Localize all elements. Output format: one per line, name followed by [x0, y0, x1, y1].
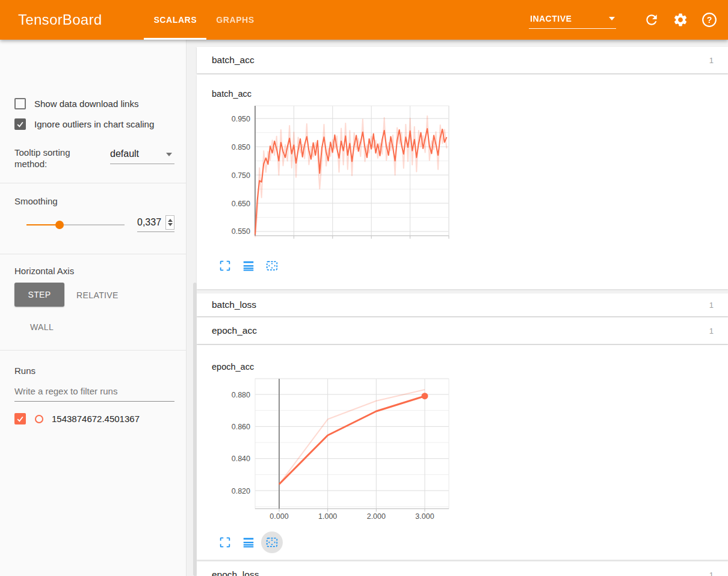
- smoothing-label: Smoothing: [14, 196, 58, 206]
- app-title: TensorBoard: [18, 11, 102, 28]
- svg-text:0.840: 0.840: [232, 455, 250, 463]
- category-header-epoch-loss[interactable]: epoch_loss 1: [197, 562, 728, 576]
- status-dropdown[interactable]: INACTIVE: [529, 11, 616, 29]
- divider: [0, 254, 187, 254]
- refresh-icon[interactable]: [644, 12, 659, 28]
- tooltip-sorting-label: Tooltip sorting method:: [14, 147, 82, 170]
- divider: [0, 183, 187, 183]
- horizontal-axis-label: Horizontal Axis: [14, 266, 74, 276]
- app-header: TensorBoard SCALARS GRAPHS INACTIVE ?: [0, 0, 728, 40]
- run-list-item[interactable]: 1543874672.4501367: [14, 413, 140, 424]
- runs-label: Runs: [14, 366, 35, 376]
- svg-text:?: ?: [707, 15, 712, 25]
- runs-filter-input[interactable]: [14, 386, 174, 402]
- spinner-down-icon[interactable]: [168, 223, 173, 226]
- svg-text:0.950: 0.950: [232, 115, 250, 123]
- svg-text:0.860: 0.860: [232, 423, 250, 431]
- slider-thumb[interactable]: [55, 221, 64, 229]
- scrollbar-thumb[interactable]: [193, 283, 197, 576]
- checkbox-show-download-links[interactable]: Show data download links: [14, 98, 187, 109]
- category-count-badge: 1: [709, 301, 714, 310]
- header-actions: INACTIVE ?: [529, 11, 717, 29]
- axis-button-step[interactable]: STEP: [14, 283, 64, 307]
- slider-fill: [26, 224, 60, 225]
- smoothing-slider[interactable]: [26, 224, 125, 225]
- chevron-down-icon: [609, 17, 615, 20]
- tab-graphs[interactable]: GRAPHS: [206, 0, 264, 40]
- tab-bar: SCALARS GRAPHS: [144, 0, 264, 40]
- svg-text:1.000: 1.000: [318, 512, 337, 521]
- chart-toolbar: [218, 259, 466, 273]
- log-scale-icon[interactable]: [241, 535, 256, 550]
- chart-card-batch-acc: batch_acc 0.5500.6500.7500.8500.950: [207, 89, 466, 273]
- chart-title: batch_acc: [207, 89, 466, 103]
- svg-text:0.650: 0.650: [232, 200, 250, 208]
- chevron-down-icon: [166, 153, 172, 156]
- run-color-ring-icon: [35, 415, 43, 423]
- tab-scalars[interactable]: SCALARS: [144, 0, 206, 40]
- category-panel-epoch-acc: epoch_acc 0.8200.8400.8600.8800.0001.000…: [197, 345, 728, 560]
- category-header-batch-acc[interactable]: batch_acc 1: [197, 47, 728, 73]
- number-spinner[interactable]: [165, 215, 174, 230]
- expand-chart-icon[interactable]: [218, 259, 232, 273]
- svg-text:0.850: 0.850: [232, 143, 250, 152]
- category-count-badge: 1: [709, 571, 714, 576]
- log-scale-icon[interactable]: [241, 259, 256, 273]
- svg-text:3.000: 3.000: [415, 512, 434, 521]
- scalars-dashboard: batch_acc 1 batch_acc 0.5500.6500.7500.8…: [197, 40, 728, 576]
- category-header-batch-loss[interactable]: batch_loss 1: [197, 293, 728, 316]
- line-chart-epoch-acc[interactable]: 0.8200.8400.8600.8800.0001.0002.0003.000: [207, 376, 454, 525]
- axis-button-wall[interactable]: WALL: [30, 322, 54, 332]
- chart-title: epoch_acc: [207, 362, 466, 376]
- expand-chart-icon[interactable]: [218, 535, 232, 550]
- smoothing-value-input[interactable]: 0,337: [137, 215, 174, 232]
- fit-domain-icon-active[interactable]: [261, 532, 283, 553]
- settings-sidebar: Show data download links Ignore outliers…: [0, 40, 187, 576]
- line-chart-batch-acc[interactable]: 0.5500.6500.7500.8500.950: [207, 103, 454, 242]
- svg-text:2.000: 2.000: [367, 512, 386, 521]
- divider: [0, 350, 187, 351]
- run-name: 1543874672.4501367: [52, 414, 140, 424]
- chart-toolbar: [218, 532, 466, 553]
- svg-text:0.820: 0.820: [232, 487, 250, 495]
- category-count-badge: 1: [709, 56, 714, 65]
- run-checkbox-checked-icon[interactable]: [14, 413, 26, 424]
- fit-domain-icon[interactable]: [265, 259, 279, 273]
- svg-text:0.000: 0.000: [270, 512, 288, 521]
- svg-text:0.750: 0.750: [232, 171, 250, 180]
- category-panel-batch-acc: batch_acc 0.5500.6500.7500.8500.950: [197, 75, 728, 289]
- svg-text:0.880: 0.880: [232, 391, 250, 399]
- tooltip-sorting-dropdown[interactable]: default: [110, 149, 174, 164]
- checkbox-unchecked-icon: [14, 98, 26, 109]
- smoothing-value: 0,337: [137, 217, 165, 228]
- svg-text:0.550: 0.550: [232, 227, 250, 236]
- chart-card-epoch-acc: epoch_acc 0.8200.8400.8600.8800.0001.000…: [207, 362, 466, 553]
- axis-button-relative[interactable]: RELATIVE: [76, 290, 119, 300]
- settings-gear-icon[interactable]: [673, 12, 688, 28]
- status-label: INACTIVE: [530, 14, 572, 23]
- checkbox-checked-icon: [14, 118, 26, 130]
- category-count-badge: 1: [709, 326, 714, 335]
- spinner-up-icon[interactable]: [168, 219, 173, 222]
- tooltip-sorting-value: default: [110, 149, 139, 164]
- checkbox-ignore-outliers[interactable]: Ignore outliers in chart scaling: [14, 118, 187, 130]
- help-icon[interactable]: ?: [702, 12, 717, 28]
- category-header-epoch-acc[interactable]: epoch_acc 1: [197, 317, 728, 344]
